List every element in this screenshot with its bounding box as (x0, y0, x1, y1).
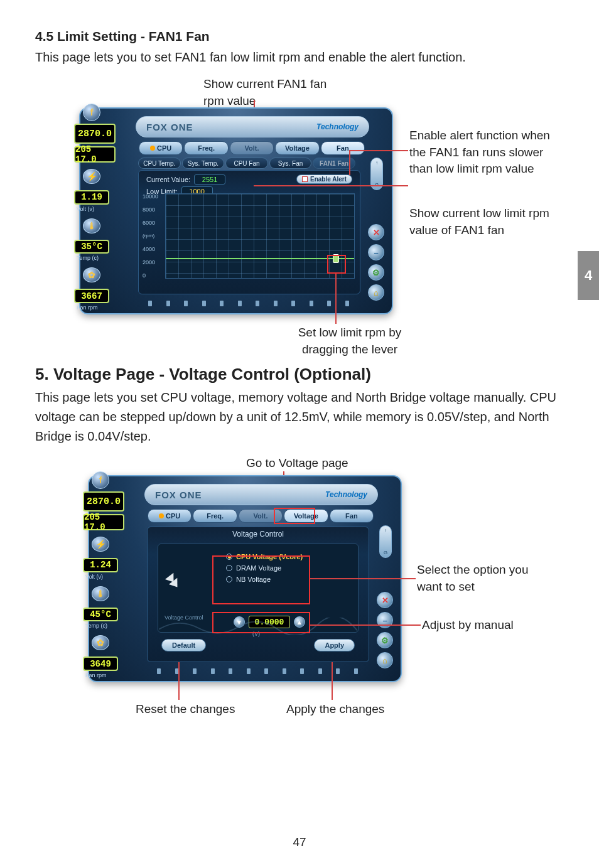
close-button[interactable]: ✕ (377, 592, 393, 608)
monitor-freq: 2870.0 (83, 491, 124, 512)
brand-bar: FOX ONE Technology (136, 116, 369, 137)
subtab-sys-fan[interactable]: Sys. Fan (269, 158, 312, 169)
default-button[interactable]: Default (161, 639, 206, 651)
main-tab-strip: CPU Freq. Volt. Voltage Fan (147, 509, 374, 524)
annotation-select-option: Select the option you want to set (417, 562, 555, 595)
apply-button[interactable]: Apply (314, 639, 355, 651)
home-button[interactable]: ⌂ (377, 652, 393, 668)
minimize-button[interactable]: – (368, 244, 384, 260)
annotation-goto-voltage: Go to Voltage page (246, 455, 348, 472)
radio-nb-voltage-label: NB Voltage (236, 576, 271, 583)
minimize-button[interactable]: – (377, 612, 393, 628)
radio-nb-voltage[interactable]: NB Voltage (226, 576, 353, 583)
radio-cpu-voltage[interactable]: CPU Voltage (Vcore) (226, 553, 353, 560)
tab-cpu-label: CPU (157, 144, 171, 152)
monitor-volt: 1.24 (83, 558, 118, 572)
chart-plot-area: FAN1 Fan Speed (165, 193, 355, 279)
window-side-buttons: ✕ – ⚙ ⌂ (368, 158, 386, 301)
main-tab-strip: CPU Freq. Volt. Voltage Fan (138, 141, 365, 156)
annotation-low-limit: Show current low limit rpm value of FAN1… (409, 205, 573, 238)
annotation-reset: Reset the changes (136, 701, 235, 718)
monitor-temp-unit: Temp (c) (77, 255, 99, 261)
temp-icon: 🌡 (83, 218, 100, 233)
fan-icon: ✿ (83, 267, 100, 282)
enable-alert-checkbox[interactable] (302, 176, 308, 182)
tab-freq[interactable]: Freq. (193, 509, 237, 523)
current-value-label: Current Value: (146, 176, 190, 183)
subtab-cpu-temp[interactable]: CPU Temp. (138, 158, 181, 169)
monitor-fan: 3649 (83, 656, 118, 671)
radio-dram-voltage-label: DRAM Voltage (236, 564, 281, 572)
settings-button[interactable]: ⚙ (377, 632, 393, 648)
radio-dram-voltage[interactable]: DRAM Voltage (226, 564, 353, 572)
annotation-apply: Apply the changes (286, 701, 384, 718)
ytick-4000: 4000 (143, 246, 163, 252)
tab-freq[interactable]: Freq. (184, 141, 228, 155)
annotation-current-rpm: Show current FAN1 fan rpm value (203, 76, 348, 109)
tab-fan[interactable]: Fan (330, 509, 374, 523)
monitor-volt: 1.19 (74, 190, 109, 205)
monitor-sidebar: f 2870.0 205 17.0 ⚡ 1.19 Volt (v) 🌡 35°C… (74, 104, 122, 311)
chapter-side-tab: 4 (578, 251, 599, 300)
monitor-fan: 3667 (74, 289, 109, 303)
low-limit-line (166, 258, 354, 259)
chart-y-axis: 10000 8000 6000 (rpm) 4000 2000 0 (143, 193, 163, 279)
tab-voltage[interactable]: Voltage (284, 509, 328, 523)
brand-tag: Technology (325, 490, 367, 499)
limit-setting-panel: Current Value:2551 Low Limit:1000 Enable… (138, 170, 360, 294)
tab-cpu-label: CPU (166, 512, 180, 520)
temp-icon: 🌡 (92, 586, 109, 601)
annotation-enable-alert: Enable alert function when the FAN1 fan … (409, 127, 566, 178)
monitor-fan-unit: Fan rpm (85, 672, 107, 678)
monitor-fan-unit: Fan rpm (77, 304, 98, 311)
volt-icon: ⚡ (92, 537, 109, 552)
monitor-bus: 205 17.0 (74, 146, 116, 163)
section-45-heading: 4.5 Limit Setting - FAN1 Fan (35, 29, 564, 44)
monitor-sidebar: f 2870.0 205 17.0 ⚡ 1.24 Volt (v) 🌡 45°C… (83, 471, 131, 678)
radio-icon (226, 576, 232, 582)
ytick-2000: 2000 (143, 259, 163, 265)
close-button[interactable]: ✕ (368, 224, 384, 240)
limit-drag-lever[interactable] (333, 254, 339, 263)
subtab-sys-temp[interactable]: Sys. Temp. (182, 158, 225, 169)
monitor-temp: 45°C (83, 608, 118, 622)
home-button[interactable]: ⌂ (368, 284, 384, 301)
radio-icon (226, 554, 232, 560)
volt-icon: ⚡ (83, 169, 100, 184)
monitor-temp: 35°C (74, 240, 109, 254)
tab-cpu[interactable]: CPU (148, 509, 192, 523)
monitor-freq: 2870.0 (74, 124, 116, 144)
brand-tag: Technology (316, 122, 359, 131)
enable-alert-toggle[interactable]: Enable Alert (296, 174, 352, 184)
ytick-6000: 6000 (143, 220, 163, 226)
section-5-heading: 5. Voltage Page - Voltage Control (Optio… (35, 365, 564, 384)
voltage-option-group: CPU Voltage (Vcore) DRAM Voltage NB Volt… (226, 549, 353, 587)
tab-volt[interactable]: Volt. (239, 509, 283, 523)
brand-bar: FOX ONE Technology (144, 484, 378, 505)
section-45-desc: This page lets you to set FAN1 fan low l… (35, 48, 564, 67)
monitor-volt-unit: Volt (v) (85, 574, 103, 580)
tab-fan[interactable]: Fan (321, 141, 365, 155)
monitor-volt-unit: Volt (v) (77, 206, 94, 212)
monitor-temp-unit: Temp (c) (85, 623, 107, 629)
mode-switch[interactable] (379, 525, 392, 558)
tab-voltage[interactable]: Voltage (275, 141, 319, 155)
radio-cpu-voltage-label: CPU Voltage (Vcore) (236, 553, 303, 560)
bottom-strip (148, 301, 349, 309)
settings-button[interactable]: ⚙ (368, 264, 384, 281)
annotation-adjust-manual: Adjust by manual (422, 617, 514, 634)
voltage-lightning-icon (163, 572, 188, 604)
bottom-strip (157, 668, 358, 677)
brand-text: FOX ONE (146, 122, 193, 132)
annotation-lever: Set low limit rpm by dragging the lever (278, 324, 422, 358)
brand-text: FOX ONE (155, 490, 202, 500)
current-value: 2551 (194, 174, 225, 185)
ytick-0: 0 (143, 272, 163, 279)
subtab-cpu-fan[interactable]: CPU Fan (225, 158, 268, 169)
monitor-bus: 205 17.0 (83, 514, 124, 530)
fan-chart: 10000 8000 6000 (rpm) 4000 2000 0 FAN1 F… (143, 193, 355, 279)
section-5-desc: This page lets you set CPU voltage, memo… (35, 388, 564, 446)
tab-volt[interactable]: Volt. (230, 141, 274, 155)
tab-cpu[interactable]: CPU (139, 141, 183, 155)
page-number: 47 (0, 835, 599, 849)
